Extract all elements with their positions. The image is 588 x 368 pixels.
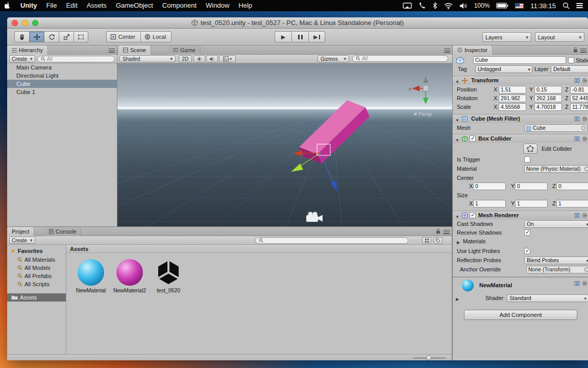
use-light-probes-checkbox[interactable] [524, 248, 530, 254]
favorite-all-scripts[interactable]: All Scripts [7, 280, 66, 288]
apple-menu-icon[interactable] [0, 2, 16, 10]
menubar-clock[interactable]: 11:38:15 [530, 2, 556, 10]
inspector-panel-menu-icon[interactable] [580, 48, 586, 54]
bluetooth-icon[interactable] [432, 2, 437, 9]
mesh-renderer-header[interactable]: Mesh Renderer [453, 211, 588, 219]
scene-search-input[interactable]: All [352, 55, 448, 62]
physic-material-field[interactable]: None (Physic Material) [524, 165, 588, 173]
gameobject-name-field[interactable]: Cube [473, 56, 566, 64]
tab-inspector[interactable]: Inspector [453, 45, 493, 55]
hand-tool-button[interactable] [14, 31, 29, 42]
transform-header[interactable]: Transform [453, 76, 588, 84]
mesh-object-field[interactable]: Cube [524, 124, 587, 132]
scene-lighting-icon[interactable] [193, 55, 205, 62]
position-z-field[interactable]: -0.81 [570, 86, 588, 94]
asset-newmaterial[interactable]: NewMaterial [71, 259, 110, 293]
mesh-filter-header[interactable]: Cube (Mesh Filter) [453, 114, 588, 123]
anchor-override-field[interactable]: None (Transform) [526, 266, 588, 273]
search-by-label-icon[interactable] [433, 237, 443, 244]
center-y-field[interactable]: 0 [515, 182, 548, 190]
hierarchy-create-button[interactable]: Create [9, 55, 35, 62]
input-language-flag-icon[interactable] [515, 3, 524, 9]
project-search-input[interactable] [255, 237, 408, 244]
scale-y-field[interactable]: 4.70018 [534, 103, 562, 111]
menubar-help[interactable]: Help [234, 0, 257, 11]
receive-shadows-checkbox[interactable] [524, 229, 530, 236]
move-tool-button[interactable] [29, 31, 44, 42]
help-book-icon[interactable] [574, 116, 580, 122]
help-book-icon[interactable] [574, 136, 580, 142]
position-x-field[interactable]: 1.51 [499, 86, 526, 94]
rotate-tool-button[interactable] [44, 31, 59, 42]
zoom-slider-knob[interactable] [426, 355, 431, 360]
mesh-filter-foldout-icon[interactable] [455, 117, 459, 123]
window-titlebar[interactable]: test_0520.unity - test_0527 - PC, Mac & … [7, 17, 588, 29]
tab-hierarchy[interactable]: Hierarchy [7, 45, 48, 55]
scale-x-field[interactable]: 4.55568 [499, 103, 526, 111]
favorite-all-models[interactable]: All Models [7, 264, 66, 272]
scene-audio-icon[interactable] [206, 55, 218, 62]
is-trigger-checkbox[interactable] [524, 156, 530, 163]
help-book-icon[interactable] [574, 213, 580, 218]
menubar-gameobject[interactable]: GameObject [111, 0, 158, 11]
layout-dropdown[interactable]: Layout [535, 32, 584, 42]
hierarchy-item-cube-1[interactable]: Cube 1 [7, 88, 117, 96]
mesh-renderer-foldout-icon[interactable] [455, 213, 459, 219]
scale-tool-button[interactable] [59, 31, 74, 42]
shader-dropdown[interactable]: Standard [507, 294, 588, 302]
menubar-assets[interactable]: Assets [82, 0, 111, 11]
play-button[interactable]: ▶ [275, 31, 291, 42]
volume-icon[interactable] [459, 3, 468, 9]
tab-console[interactable]: Console [44, 227, 81, 236]
box-collider-header[interactable]: Box Collider [453, 134, 588, 143]
pivot-mode-button[interactable]: Center [106, 31, 140, 42]
gizmos-dropdown[interactable]: Gizmos [317, 55, 349, 62]
reflection-probes-dropdown[interactable]: Blend Probes [524, 257, 588, 264]
box-collider-enabled-checkbox[interactable] [470, 135, 476, 142]
hierarchy-item-cube[interactable]: Cube [7, 80, 117, 88]
spotlight-search-icon[interactable] [562, 2, 570, 9]
asset-newmaterial2[interactable]: NewMaterial2 [110, 259, 149, 293]
step-button[interactable]: ▶ [308, 31, 325, 42]
rect-tool-button[interactable] [74, 31, 88, 42]
asset-test-0520[interactable]: test_0520 [149, 259, 188, 293]
hierarchy-item-directional-light[interactable]: Directional Light [7, 72, 117, 80]
tab-game[interactable]: Game [168, 45, 201, 55]
layer-dropdown[interactable]: Default [551, 65, 588, 73]
size-x-field[interactable]: 1 [473, 200, 506, 208]
size-z-field[interactable]: 1 [556, 200, 588, 208]
favorite-all-prefabs[interactable]: All Prefabs [7, 272, 66, 280]
hierarchy-search-input[interactable]: All [37, 56, 115, 62]
add-component-button[interactable]: Add Component [464, 310, 577, 320]
phone-icon[interactable] [419, 2, 426, 9]
favorite-all-materials[interactable]: All Materials [7, 256, 66, 264]
object-picker-icon[interactable] [584, 267, 588, 272]
edit-collider-button[interactable] [523, 144, 537, 154]
mesh-renderer-enabled-checkbox[interactable] [470, 212, 476, 218]
size-y-field[interactable]: 1 [515, 200, 548, 208]
scene-effects-dropdown[interactable]: ▾ [219, 55, 236, 62]
position-y-field[interactable]: 0.15 [534, 86, 562, 94]
pause-button[interactable] [291, 31, 308, 42]
center-x-field[interactable]: 0 [473, 182, 506, 190]
material-preview-foldout-icon[interactable] [456, 295, 459, 302]
layers-dropdown[interactable]: Layers [482, 32, 531, 42]
scene-viewport[interactable]: x Persp [117, 63, 452, 226]
display-mirroring-icon[interactable] [403, 3, 412, 9]
thumbnail-zoom-slider[interactable] [413, 357, 446, 359]
static-checkbox[interactable] [568, 57, 574, 63]
assets-folder-row[interactable]: Assets [7, 293, 66, 302]
toggle-2d-button[interactable]: 2D [179, 55, 192, 62]
scene-panel-menu-icon[interactable] [444, 48, 450, 54]
materials-foldout-icon[interactable] [457, 239, 460, 245]
transform-foldout-icon[interactable] [455, 78, 459, 84]
favorites-section[interactable]: ★ Favorites [7, 247, 66, 255]
wifi-icon[interactable] [444, 3, 453, 9]
notification-center-icon[interactable] [576, 2, 583, 10]
help-book-icon[interactable] [574, 281, 580, 286]
box-collider-foldout-icon[interactable] [455, 136, 459, 143]
gear-icon[interactable] [582, 78, 587, 83]
rotation-y-field[interactable]: 262.168 [534, 95, 562, 102]
menubar-app-unity[interactable]: Unity [16, 0, 42, 11]
scale-z-field[interactable]: 11.778 [570, 103, 588, 111]
